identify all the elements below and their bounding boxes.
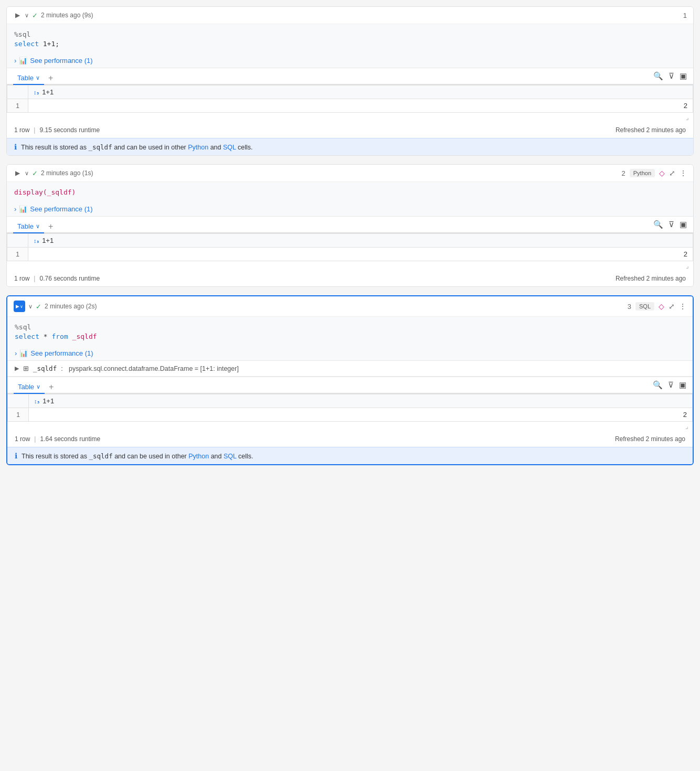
cell-3-header-right: SQL ◇ ⤢ ⋮ — [635, 302, 686, 310]
info-link-sql-cell-1[interactable]: SQL — [223, 144, 236, 151]
code-line-2-1: display(_sqldf) — [14, 187, 686, 197]
runtime-cell-1: 9.15 seconds runtime — [39, 126, 100, 134]
collapse-button-cell-2[interactable]: ∨ — [25, 170, 29, 177]
cell-3-header: ▶ ∨ ∨ ✓ 2 minutes ago (2s) 3 SQL ◇ ⤢ ⋮ — [7, 296, 693, 317]
cell-2-output: Table ∨ + 🔍 ⊽ ▣ ↕₃ 1+1 — [7, 216, 693, 286]
layout-icon-cell-3[interactable]: ▣ — [679, 380, 686, 390]
search-icon-cell-3[interactable]: 🔍 — [653, 380, 663, 390]
layout-icon-cell-2[interactable]: ▣ — [680, 220, 687, 229]
expand-icon-cell-3[interactable]: ⤢ — [669, 302, 675, 310]
search-icon-cell-2[interactable]: 🔍 — [653, 220, 663, 229]
cell-1-output: Table ∨ + 🔍 ⊽ ▣ ↕₃ 1+1 — [7, 68, 693, 138]
info-text-middle-cell-1: and can be used in other — [112, 144, 188, 151]
data-table-cell-1: ↕₃ 1+1 1 2 — [7, 85, 693, 113]
diamond-icon-cell-2[interactable]: ◇ — [659, 169, 665, 177]
more-icon-cell-3[interactable]: ⋮ — [679, 302, 686, 310]
perf-chart-icon-cell-3: 📊 — [19, 349, 28, 357]
info-link-sql-cell-3[interactable]: SQL — [224, 453, 237, 460]
see-performance-cell-3[interactable]: › 📊 See performance (1) — [7, 346, 693, 360]
search-icon-cell-1[interactable]: 🔍 — [653, 71, 663, 81]
data-table-cell-2: ↕₃ 1+1 1 2 — [7, 233, 693, 261]
chevron-icon-run-cell-3: ∨ — [20, 304, 23, 309]
code-keyword-cell-1: select — [14, 40, 43, 48]
diamond-icon-cell-3[interactable]: ◇ — [659, 302, 664, 310]
add-tab-cell-2[interactable]: + — [44, 220, 57, 233]
table-tab-cell-2[interactable]: Table ∨ — [13, 220, 44, 233]
col-header-1-cell-1: ↕₃ 1+1 — [28, 85, 693, 99]
add-tab-cell-3[interactable]: + — [45, 380, 58, 394]
info-text-middle-cell-3: and can be used in other — [113, 453, 189, 460]
table-row: 1 2 — [8, 408, 693, 422]
code-comment-cell-3: %sql — [15, 323, 31, 331]
var-expand-icon-cell-3[interactable]: ▶ — [15, 365, 19, 372]
info-text-cell-3: This result is stored as _sqldf and can … — [22, 452, 253, 460]
table-tab-cell-1[interactable]: Table ∨ — [13, 72, 44, 85]
cell-meta-cell-2: 2 minutes ago (1s) — [41, 169, 93, 177]
resize-handle-cell-1[interactable]: ⌟ — [7, 113, 693, 122]
cell-2-header-right: Python ◇ ⤢ ⋮ — [630, 169, 687, 177]
cell-value-1-1-cell-2: 2 — [28, 248, 693, 261]
resize-handle-cell-2[interactable]: ⌟ — [7, 261, 693, 271]
add-tab-cell-1[interactable]: + — [44, 71, 57, 85]
status-check-cell-2: ✓ — [32, 169, 38, 177]
filter-icon-cell-2[interactable]: ⊽ — [669, 220, 674, 229]
table-toolbar-right-cell-1: 🔍 ⊽ ▣ — [653, 71, 687, 81]
info-link-python-cell-3[interactable]: Python — [188, 453, 209, 460]
info-text-end-cell-3: cells. — [237, 453, 253, 460]
divider-cell-2: | — [34, 275, 35, 282]
table-tab-cell-3[interactable]: Table ∨ — [14, 381, 45, 394]
col-label-cell-1: 1+1 — [42, 88, 54, 96]
collapse-button-cell-3[interactable]: ∨ — [28, 303, 33, 310]
info-text-before-cell-3: This result is stored as — [22, 453, 89, 460]
more-icon-cell-2[interactable]: ⋮ — [680, 169, 687, 177]
code-comment-cell-1: %sql — [14, 30, 30, 38]
code-star-cell-3: * — [44, 333, 52, 340]
info-icon-cell-1: ℹ — [14, 143, 17, 151]
cell-1-header: ▶ ∨ ✓ 2 minutes ago (9s) 1 — [7, 7, 693, 24]
table-footer-cell-3: 1 row | 1.64 seconds runtime Refreshed 2… — [7, 431, 693, 447]
run-button-cell-3[interactable]: ▶ ∨ — [14, 301, 25, 312]
run-button-cell-2[interactable]: ▶ — [13, 169, 22, 177]
info-bar-cell-1: ℹ This result is stored as _sqldf and ca… — [7, 138, 693, 155]
row-num-1-cell-3: 1 — [8, 408, 29, 422]
code-line-1-2: select 1+1; — [14, 39, 686, 48]
col-header-1-cell-2: ↕₃ 1+1 — [28, 234, 693, 248]
cell-2-header: ▶ ∨ ✓ 2 minutes ago (1s) 2 Python ◇ ⤢ ⋮ — [7, 165, 693, 182]
col-label-cell-2: 1+1 — [42, 237, 54, 244]
layout-icon-cell-1[interactable]: ▣ — [680, 71, 687, 81]
info-link-python-cell-1[interactable]: Python — [188, 144, 208, 151]
info-text-cell-1: This result is stored as _sqldf and can … — [21, 143, 252, 151]
code-line-1-1: %sql — [14, 29, 686, 39]
cell-2: ▶ ∨ ✓ 2 minutes ago (1s) 2 Python ◇ ⤢ ⋮ … — [6, 164, 694, 287]
run-button-cell-1[interactable]: ▶ — [13, 11, 22, 19]
cell-number-cell-1: 1 — [683, 12, 687, 19]
refreshed-cell-1: Refreshed 2 minutes ago — [616, 126, 686, 134]
cell-value-1-1-cell-1: 2 — [28, 99, 693, 113]
filter-icon-cell-1[interactable]: ⊽ — [669, 71, 674, 81]
code-identifier-cell-2: display(_sqldf) — [14, 188, 76, 196]
see-performance-cell-1[interactable]: › 📊 See performance (1) — [7, 53, 693, 68]
runtime-cell-2: 0.76 seconds runtime — [39, 275, 100, 282]
row-count-cell-2: 1 row — [14, 275, 29, 282]
table-tab-label-cell-1: Table — [17, 74, 34, 82]
perf-chart-icon-cell-1: 📊 — [19, 57, 27, 65]
resize-handle-cell-3[interactable]: ⌟ — [7, 422, 693, 431]
collapse-button-cell-1[interactable]: ∨ — [25, 12, 29, 19]
expand-icon-cell-2[interactable]: ⤢ — [669, 169, 675, 177]
var-section-cell-3: ▶ ⊞ _sqldf : pyspark.sql.connect.datafra… — [7, 360, 693, 377]
filter-icon-cell-3[interactable]: ⊽ — [668, 380, 674, 390]
info-code-cell-3: _sqldf — [89, 452, 113, 460]
var-table-icon-cell-3: ⊞ — [23, 365, 29, 372]
cell-meta-cell-3: 2 minutes ago (2s) — [45, 303, 97, 310]
col-type-icon-cell-1: ↕₃ — [34, 89, 39, 95]
code-line-3-1: %sql — [15, 322, 685, 331]
row-count-cell-3: 1 row — [15, 435, 30, 443]
table-tab-chevron-cell-2: ∨ — [36, 223, 40, 230]
cell-1-header-left: ▶ ∨ ✓ 2 minutes ago (9s) — [13, 11, 679, 19]
table-toolbar-right-cell-2: 🔍 ⊽ ▣ — [653, 220, 687, 229]
refreshed-cell-3: Refreshed 2 minutes ago — [615, 435, 685, 443]
see-performance-cell-2[interactable]: › 📊 See performance (1) — [7, 202, 693, 216]
cell-3-output: Table ∨ + 🔍 ⊽ ▣ ↕₃ 1+1 — [7, 377, 693, 447]
cell-3-body: %sql select * from _sqldf — [7, 317, 693, 346]
runtime-cell-3: 1.64 seconds runtime — [40, 435, 100, 443]
